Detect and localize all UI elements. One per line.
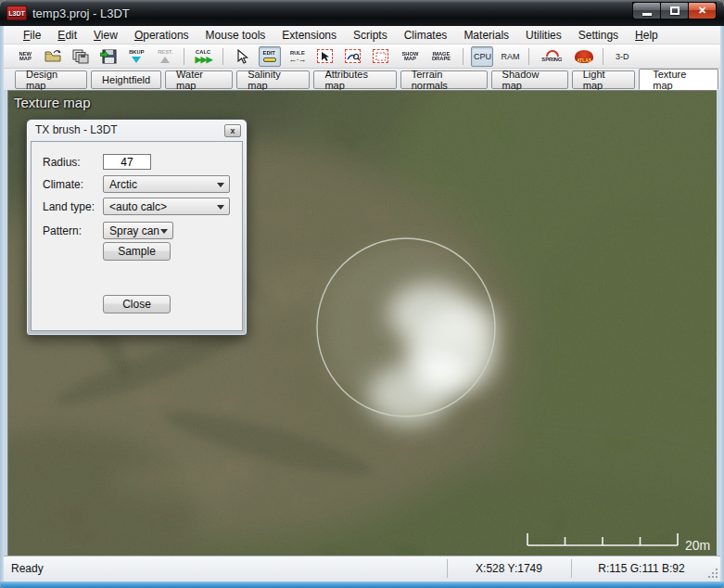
minimize-icon	[642, 13, 652, 16]
tab-design-map[interactable]: Design map	[15, 70, 87, 89]
backup-icon: BKUP	[129, 50, 144, 55]
app-logo-icon: L3DT	[6, 6, 27, 20]
dialog-body: Radius: Climate: Arctic Land type: <auto…	[31, 141, 243, 331]
restore-icon: REST.	[158, 50, 172, 55]
menu-file[interactable]: File	[15, 27, 49, 44]
select-zoom-tool-button[interactable]	[342, 46, 364, 67]
ruler-tool-button[interactable]: RULE←·→	[286, 46, 309, 67]
ruler-line-icon: ←·→	[289, 57, 306, 63]
copy-maps-button[interactable]	[70, 46, 92, 67]
status-bar: Ready X:528 Y:1749 R:115 G:111 B:92	[4, 556, 720, 582]
select-region-tool-button[interactable]	[370, 46, 392, 67]
spring-button[interactable]: SPRING	[537, 46, 567, 67]
open-project-button[interactable]	[42, 46, 64, 67]
radius-label: Radius:	[43, 156, 81, 169]
select-move-tool-button[interactable]	[314, 46, 337, 67]
image-drape-icon: IMAGE DRAPE	[432, 51, 451, 60]
copy-stack-icon	[72, 49, 89, 64]
atlas-label: ATLAS	[577, 58, 591, 62]
edit-icon: EDIT	[263, 51, 275, 56]
landtype-select[interactable]: <auto calc>	[103, 198, 230, 215]
edit-tool-button[interactable]: EDIT	[259, 46, 281, 67]
calc-icon: CALC	[196, 50, 210, 55]
restore-button[interactable]: REST.	[154, 46, 177, 67]
chevron-down-icon	[217, 205, 224, 210]
sample-button[interactable]: Sample	[103, 242, 171, 261]
climate-select[interactable]: Arctic	[103, 175, 230, 193]
menu-materials[interactable]: Materials	[455, 27, 517, 44]
toolbar-separator	[222, 48, 223, 65]
backup-button[interactable]: BKUP	[125, 46, 148, 67]
climate-value: Arctic	[109, 178, 137, 191]
menu-scripts[interactable]: Scripts	[345, 27, 396, 44]
select-move-icon	[317, 49, 333, 63]
tab-salinity-map[interactable]: Salinity map	[236, 70, 310, 89]
new-map-icon: NEW MAP	[19, 51, 31, 60]
save-map-button[interactable]	[97, 46, 120, 67]
menu-view[interactable]: View	[85, 27, 126, 44]
image-drape-button[interactable]: IMAGE DRAPE	[427, 46, 455, 67]
tab-water-map[interactable]: Water map	[165, 70, 233, 89]
restore-arrow-icon	[160, 57, 170, 63]
minimize-button[interactable]	[633, 3, 660, 19]
menu-extensions[interactable]: Extensions	[273, 27, 345, 44]
window-controls: ✕	[632, 2, 717, 19]
maximize-button[interactable]	[661, 3, 688, 19]
spring-arc-icon	[546, 50, 559, 57]
toolbar-separator	[184, 48, 184, 65]
pattern-label: Pattern:	[43, 224, 82, 237]
window-frame-left	[0, 26, 4, 582]
menu-operations[interactable]: Operations	[126, 27, 197, 44]
menu-settings[interactable]: Settings	[570, 27, 627, 44]
calc-button[interactable]: CALC▶▶▶	[192, 46, 214, 67]
window-title: temp3.proj - L3DT	[32, 6, 130, 20]
cpu-mode-button[interactable]: CPU	[471, 46, 493, 67]
pointer-tool-button[interactable]	[231, 46, 253, 67]
tab-shadow-map[interactable]: Shadow map	[491, 70, 568, 89]
tab-texture-map[interactable]: Texture map	[639, 69, 718, 90]
spring-label: SPRING	[542, 57, 563, 61]
cpu-label: CPU	[474, 52, 491, 61]
menu-edit[interactable]: Edit	[49, 27, 85, 44]
tx-brush-dialog[interactable]: TX brush - L3DT x Radius: Climate: Arcti…	[26, 119, 248, 336]
tab-light-map[interactable]: Light map	[572, 70, 636, 89]
ruler-icon: RULE	[290, 50, 305, 55]
menu-bar: File Edit View Operations Mouse tools Ex…	[4, 26, 720, 45]
toolbar-separator	[528, 48, 529, 65]
app-window: L3DT temp3.proj - L3DT ✕ File Edit View …	[0, 0, 724, 588]
new-map-button[interactable]: NEW MAP	[14, 46, 36, 67]
chevron-down-icon	[160, 229, 168, 234]
landtype-label: Land type:	[43, 200, 95, 213]
dialog-title: TX brush - L3DT	[35, 123, 118, 136]
tab-attributes-map[interactable]: Attributes map	[313, 70, 396, 89]
cursor-coordinates: X:528 Y:1749	[449, 562, 569, 575]
toolbar-separator	[463, 48, 464, 65]
atlas-button[interactable]: ATLAS	[573, 46, 595, 67]
edit-pencil-icon	[263, 58, 276, 62]
climate-label: Climate:	[43, 178, 83, 191]
pattern-select[interactable]: Spray can	[103, 222, 173, 239]
ram-mode-button[interactable]: RAM	[499, 46, 521, 67]
tab-heightfield[interactable]: Heightfield	[91, 70, 161, 89]
show-map-button[interactable]: SHOW MAP	[398, 46, 423, 67]
toolbar: NEW MAP BKUP REST. CALC▶▶▶ EDIT RULE←·→ …	[4, 45, 720, 69]
menu-help[interactable]: Help	[627, 27, 667, 44]
radius-input[interactable]	[103, 154, 151, 170]
cursor-arrow-icon	[235, 49, 248, 64]
menu-climates[interactable]: Climates	[396, 27, 456, 44]
dialog-close-action-button[interactable]: Close	[103, 295, 171, 313]
title-bar[interactable]: L3DT temp3.proj - L3DT ✕	[0, 0, 724, 26]
window-frame-right	[720, 26, 724, 582]
menu-mouse-tools[interactable]: Mouse tools	[197, 27, 274, 44]
floppy-import-icon	[100, 49, 117, 64]
resize-grip[interactable]	[705, 566, 718, 579]
map-tab-bar: Design map Heightfield Water map Salinit…	[4, 69, 720, 90]
close-button[interactable]: ✕	[689, 3, 716, 19]
dialog-close-button[interactable]: x	[224, 124, 241, 137]
status-message: Ready	[11, 562, 44, 575]
menu-utilities[interactable]: Utilities	[517, 27, 570, 44]
status-separator	[447, 559, 448, 578]
landtype-value: <auto calc>	[109, 200, 167, 213]
tab-terrain-normals[interactable]: Terrain normals	[400, 70, 488, 89]
view-3d-button[interactable]: 3-D	[611, 46, 633, 67]
